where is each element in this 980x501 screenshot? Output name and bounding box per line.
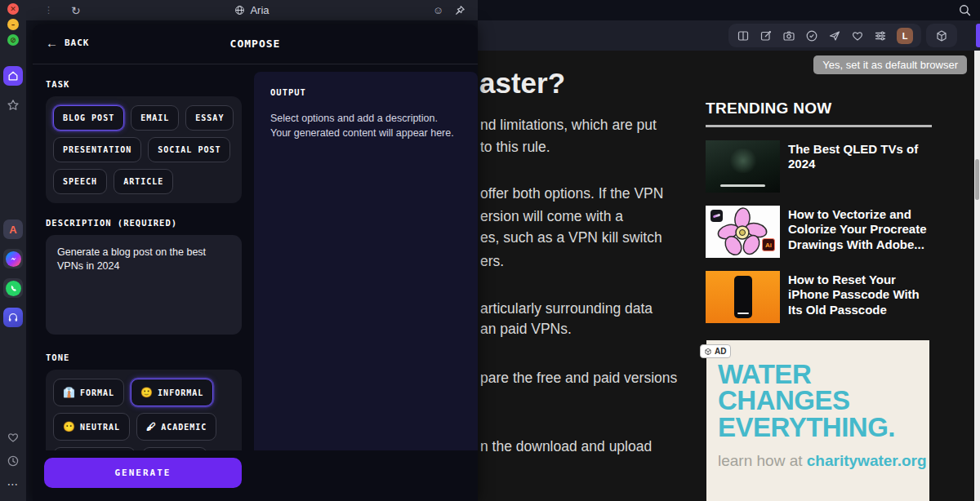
close-window-button[interactable]: ✕ [7, 3, 19, 15]
sidebar-item-player[interactable] [3, 308, 23, 327]
tab-strip [478, 0, 980, 20]
page-scrollbar[interactable] [974, 51, 980, 501]
trending-article-iphone-passcode[interactable]: How to Reset Your iPhone Passcode With I… [706, 271, 932, 323]
toolbar-icon-cluster: L [728, 24, 921, 47]
compose-footer: GENERATE [33, 450, 478, 501]
generate-button[interactable]: GENERATE [44, 458, 242, 488]
tone-option-neutral[interactable]: 😶 NEUTRAL [53, 413, 130, 441]
sidebar-item-home[interactable] [3, 66, 23, 86]
compose-form: TASK BLOG POST EMAIL ESSAY PRESENTATION … [46, 64, 242, 484]
article-text: es, such as a VPN kill switch [480, 229, 662, 246]
messenger-icon [6, 251, 21, 267]
necktie-emoji-icon: 👔 [63, 387, 75, 398]
zoom-window-button[interactable]: ⊘ [7, 34, 19, 46]
trending-now-section: TRENDING NOW The Best QLED TVs of 2024 [706, 100, 932, 323]
article-text: articularly surrounding data [480, 300, 653, 317]
extensions-cluster [926, 24, 957, 47]
qled-tv-thumbnail [706, 140, 780, 193]
sidebar-item-aria[interactable]: A [3, 219, 23, 239]
clock-icon [7, 454, 20, 468]
whatsapp-icon [6, 281, 21, 296]
article-heading-fragment: aster? [479, 67, 565, 100]
task-option-blog-post[interactable]: BLOG POST [53, 105, 124, 131]
snapshot-camera-icon[interactable] [782, 29, 795, 42]
description-input[interactable]: Generate a blog post on the best VPNs in… [46, 235, 242, 335]
sidebar-item-likes[interactable] [3, 428, 23, 447]
task-options: BLOG POST EMAIL ESSAY PRESENTATION SOCIA… [46, 96, 242, 203]
output-label: OUTPUT [270, 87, 461, 97]
heart-bookmark-icon[interactable] [851, 29, 864, 42]
pen-emoji-icon: 🖋 [146, 421, 156, 432]
compose-title: COMPOSE [33, 38, 478, 50]
neutral-face-emoji-icon: 😶 [63, 421, 75, 432]
extension-cube-icon[interactable] [935, 29, 948, 42]
task-option-speech[interactable]: SPEECH [53, 169, 107, 194]
article-text: nd limitations, which are put [480, 117, 657, 134]
tone-option-informal[interactable]: 🙂 INFORMAL [131, 379, 213, 406]
task-option-email[interactable]: EMAIL [131, 105, 179, 131]
aria-panel: ⋮ ↻ Aria ☺ ← BACK COMPOSE TASK BLOG POST… [26, 0, 478, 501]
task-option-essay[interactable]: ESSAY [185, 105, 234, 131]
sidebar-setup-edge[interactable] [976, 24, 980, 47]
trending-article-procreate[interactable]: Ai How to Vectorize and Colorize Your Pr… [706, 206, 932, 258]
iphone-thumbnail [706, 271, 780, 323]
aria-panel-topbar: ⋮ ↻ Aria ☺ [26, 0, 478, 20]
aria-app-icon: A [9, 224, 16, 236]
default-browser-tooltip: Yes, set it as default browser [813, 55, 967, 74]
article-text: ers. [480, 253, 504, 270]
task-option-presentation[interactable]: PRESENTATION [53, 137, 141, 162]
star-icon [7, 99, 20, 112]
article-text: ersion will come with a [480, 208, 623, 225]
reader-view-icon[interactable] [737, 29, 750, 42]
globe-icon [234, 5, 245, 16]
send-flow-icon[interactable] [828, 29, 841, 42]
search-icon[interactable] [958, 3, 972, 17]
tone-label: TONE [46, 352, 242, 362]
ad-link[interactable]: charitywater.org [807, 452, 927, 469]
sidebar-item-whatsapp[interactable] [3, 278, 23, 298]
task-label: TASK [46, 79, 242, 89]
task-option-article[interactable]: ARTICLE [114, 169, 173, 194]
tune-settings-icon[interactable] [874, 29, 887, 42]
trending-divider [706, 125, 932, 127]
task-option-social-post[interactable]: SOCIAL POST [148, 137, 230, 162]
output-placeholder-text: Select options and add a description. Yo… [270, 111, 458, 140]
sidebar-item-messenger[interactable] [3, 249, 23, 268]
charity-water-ad[interactable]: AD WATER CHANGES EVERYTHING. learn how a… [706, 340, 929, 501]
address-bar: L [478, 20, 980, 51]
article-text: n the download and upload [480, 438, 652, 455]
sidebar-rail: ✕ – ⊘ A ⋯ [0, 0, 26, 501]
compose-header: ← BACK COMPOSE [33, 24, 478, 64]
article-text: pare the free and paid versions [480, 370, 677, 387]
profile-avatar[interactable]: L [897, 28, 913, 44]
note-edit-icon[interactable] [760, 29, 773, 42]
procreate-flower-thumbnail: Ai [706, 206, 780, 258]
trending-now-title: TRENDING NOW [706, 100, 932, 117]
trending-article-qled-tv[interactable]: The Best QLED TVs of 2024 [706, 140, 932, 193]
tone-option-formal[interactable]: 👔 FORMAL [53, 379, 124, 406]
ad-subtext: learn how at charitywater.org [718, 452, 929, 470]
ad-badge: AD [700, 344, 731, 358]
shield-check-icon[interactable] [805, 29, 818, 42]
aria-panel-title: Aria [26, 0, 478, 20]
article-text: an paid VPNs. [480, 321, 572, 338]
minimize-window-button[interactable]: – [7, 19, 19, 30]
scrollbar-thumb[interactable] [975, 159, 979, 200]
output-panel: OUTPUT Select options and add a descript… [254, 72, 478, 501]
sidebar-item-history[interactable] [3, 451, 23, 471]
webpage-content: aster? nd limitations, which are put to … [478, 51, 980, 501]
ad-cube-icon [704, 348, 712, 356]
headphones-icon [7, 312, 19, 323]
procreate-badge-icon [710, 210, 723, 222]
article-text: to this rule. [480, 139, 550, 156]
feedback-smiley-icon[interactable]: ☺ [433, 4, 443, 16]
compose-panel: ← BACK COMPOSE TASK BLOG POST EMAIL ESSA… [33, 24, 478, 501]
sidebar-more-button[interactable]: ⋯ [3, 474, 23, 494]
home-icon [7, 70, 19, 82]
article-text: offer both options. If the VPN [480, 185, 663, 202]
tone-option-academic[interactable]: 🖋 ACADEMIC [136, 413, 216, 441]
heart-outline-icon [7, 431, 20, 444]
smile-emoji-icon: 🙂 [140, 387, 153, 398]
sidebar-item-favorites[interactable] [3, 95, 23, 115]
pin-icon[interactable] [454, 5, 466, 16]
